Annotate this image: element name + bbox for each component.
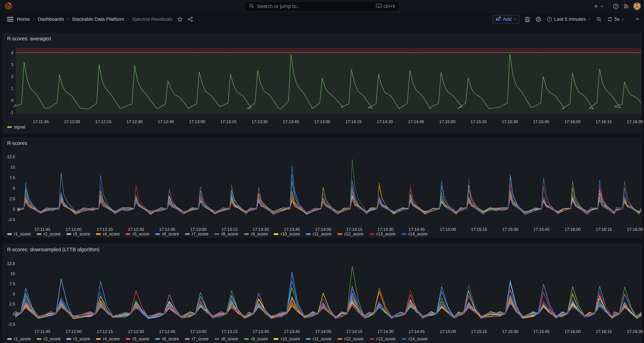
legend-item-r4_score[interactable]: r4_score <box>96 336 120 341</box>
topbar-divider <box>608 3 608 10</box>
x-axis-tick-label: 17:15:00 <box>434 329 462 334</box>
y-axis-tick-label: 3 <box>1 62 13 67</box>
favorite-star-button[interactable] <box>177 16 183 22</box>
y-axis-tick-label: 0 <box>3 312 15 316</box>
legend-item-r11_score[interactable]: r11_score <box>306 336 332 341</box>
save-dashboard-button[interactable] <box>524 16 530 22</box>
x-axis-tick-label: 17:16:30 <box>621 227 644 232</box>
chart-canvas[interactable] <box>2 244 642 343</box>
legend-item-r11_score[interactable]: r11_score <box>306 231 332 236</box>
legend-swatch-icon <box>66 233 71 235</box>
share-button[interactable] <box>187 16 193 22</box>
chart-canvas[interactable] <box>2 33 642 133</box>
add-button[interactable]: Add <box>493 15 519 23</box>
legend-item-r9_score[interactable]: r9_score <box>244 336 268 341</box>
breadcrumb-home[interactable]: Home <box>17 17 30 22</box>
legend-item-r12_score[interactable]: r12_score <box>338 231 364 236</box>
help-button[interactable] <box>613 3 619 9</box>
breadcrumb-dashboards[interactable]: Dashboards <box>38 17 64 22</box>
legend-label: r13_score <box>376 231 396 236</box>
refresh-interval-label: 5s <box>614 17 620 22</box>
legend-label: r1_score <box>14 231 31 236</box>
x-axis-tick-label: 17:13:30 <box>246 119 274 124</box>
x-axis-tick-label: 17:16:15 <box>590 227 618 232</box>
news-button[interactable] <box>623 4 629 9</box>
legend-label: r5_score <box>132 231 149 236</box>
legend-label: r5_score <box>132 336 149 341</box>
legend-swatch-icon <box>66 338 71 340</box>
toolbar-divider <box>630 16 630 23</box>
x-axis-tick-label: 17:15:15 <box>465 227 493 232</box>
legend-item-r13_score[interactable]: r13_score <box>370 336 396 341</box>
refresh-picker[interactable]: 5s <box>607 17 624 22</box>
x-axis-tick-label: 17:14:00 <box>308 119 336 124</box>
y-axis-tick-label: 10 <box>3 271 15 276</box>
legend-item-r3_score[interactable]: r3_score <box>66 336 90 341</box>
panel-rscores: R-scores 12.5107.552.50-2.517:11:4517:12… <box>2 138 642 238</box>
x-axis-tick-label: 17:13:45 <box>277 119 305 124</box>
legend-item-r12_score[interactable]: r12_score <box>338 336 364 341</box>
legend-item-r13_score[interactable]: r13_score <box>370 231 396 236</box>
grafana-home-button[interactable] <box>0 2 16 11</box>
legend-item-r3_score[interactable]: r3_score <box>66 231 90 236</box>
zoom-out-button[interactable] <box>596 16 602 22</box>
legend-item-r8_score[interactable]: r8_score <box>214 231 238 236</box>
save-icon <box>524 16 530 22</box>
breadcrumb-separator-icon <box>66 18 70 21</box>
search-icon <box>249 3 254 9</box>
legend-item-r1_score[interactable]: r1_score <box>7 231 31 236</box>
y-axis-tick-label: 7.5 <box>3 281 15 286</box>
breadcrumb-current: Spectral Residuals <box>132 17 172 22</box>
legend-item-r14_score[interactable]: r14_score <box>402 231 428 236</box>
legend-label: r7_score <box>192 231 208 236</box>
legend-item-r7_score[interactable]: r7_score <box>185 336 208 341</box>
legend-swatch-icon <box>402 338 406 340</box>
y-axis-tick-label: 4 <box>1 50 13 55</box>
user-avatar[interactable] <box>633 3 641 10</box>
legend-item-r5_score[interactable]: r5_score <box>126 231 149 236</box>
legend-item-r1_score[interactable]: r1_score <box>7 336 31 341</box>
legend-item-r6_score[interactable]: r6_score <box>155 231 179 236</box>
x-axis-tick-label: 17:14:00 <box>309 227 337 232</box>
x-axis-tick-label: 17:11:45 <box>28 329 56 334</box>
toolbar-actions: Add Last 5 minutes <box>493 15 640 23</box>
legend-item-r9_score[interactable]: r9_score <box>244 231 268 236</box>
y-axis-tick-label: -2.5 <box>3 217 15 222</box>
legend-label: r9_score <box>251 336 268 341</box>
legend-label: r4_score <box>103 336 120 341</box>
new-button[interactable] <box>593 4 604 9</box>
legend-item-r5_score[interactable]: r5_score <box>126 336 149 341</box>
y-axis-tick-label: 2 <box>1 74 13 79</box>
y-axis-tick-label: 0 <box>1 98 13 103</box>
legend-item-r14_score[interactable]: r14_score <box>402 336 428 341</box>
legend-item-r10_score[interactable]: r10_score <box>274 231 300 236</box>
legend: r1_scorer2_scorer3_scorer4_scorer5_score… <box>7 231 428 236</box>
x-axis-tick-label: 17:11:45 <box>27 119 55 124</box>
legend-item-signal[interactable]: signal <box>7 125 25 130</box>
legend-item-r2_score[interactable]: r2_score <box>37 336 60 341</box>
collapse-toolbar-button[interactable] <box>635 17 640 22</box>
y-axis-tick-label: 7.5 <box>3 175 15 180</box>
legend-swatch-icon <box>185 338 190 340</box>
legend-item-r7_score[interactable]: r7_score <box>185 231 208 236</box>
search-input[interactable]: Search or jump to... ctrl+k <box>245 2 399 11</box>
x-axis-tick-label: 17:16:15 <box>590 329 618 334</box>
x-axis-tick-label: 17:12:30 <box>122 227 150 232</box>
dashboard-settings-button[interactable] <box>536 16 542 22</box>
series-line-r9_score <box>18 159 641 214</box>
legend-item-r2_score[interactable]: r2_score <box>37 231 60 236</box>
chart-canvas[interactable] <box>2 138 642 237</box>
legend-item-r10_score[interactable]: r10_score <box>274 336 300 341</box>
x-axis-tick-label: 17:14:45 <box>403 329 430 334</box>
x-axis-tick-label: 17:16:30 <box>621 329 644 334</box>
menu-toggle-button[interactable] <box>7 17 14 22</box>
time-range-picker[interactable]: Last 5 minutes <box>546 17 591 22</box>
legend-item-r8_score[interactable]: r8_score <box>214 336 238 341</box>
legend-label: r2_score <box>44 231 60 236</box>
legend-swatch-icon <box>244 233 249 235</box>
breadcrumb-folder[interactable]: Stackable Data Platform <box>72 17 124 22</box>
x-axis-tick-label: 17:14:30 <box>371 119 398 124</box>
legend-label: r4_score <box>103 231 120 236</box>
legend-item-r4_score[interactable]: r4_score <box>96 231 120 236</box>
legend-item-r6_score[interactable]: r6_score <box>155 336 179 341</box>
